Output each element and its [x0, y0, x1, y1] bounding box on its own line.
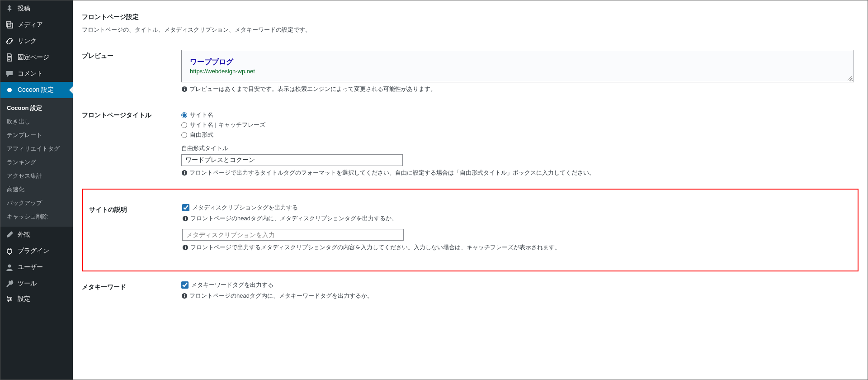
row-label-preview: プレビュー [82, 43, 181, 102]
section-heading: フロントページ設定 [82, 13, 859, 21]
sidebar-item-label: メディア [18, 21, 43, 29]
svg-point-1 [7, 88, 12, 92]
highlighted-section: サイトの説明 メタディスクリプションタグを出力する フロントページのheadタグ… [82, 189, 859, 271]
submenu-item-affiliate[interactable]: アフィリエイトタグ [0, 142, 73, 156]
sidebar-item-posts[interactable]: 投稿 [0, 0, 73, 17]
sidebar-item-users[interactable]: ユーザー [0, 259, 73, 276]
row-label-title: フロントページタイトル [82, 102, 181, 186]
checkbox-label-meta-description: メタディスクリプションタグを出力する [192, 204, 298, 212]
sidebar-item-label: ユーザー [18, 263, 43, 271]
radio-sitename[interactable] [181, 112, 187, 118]
svg-rect-11 [185, 217, 186, 218]
info-icon [181, 170, 188, 176]
sidebar-item-label: ツール [18, 280, 37, 288]
user-icon [5, 263, 14, 272]
svg-rect-4 [184, 89, 185, 90]
sidebar-item-pages[interactable]: 固定ページ [0, 49, 73, 66]
svg-rect-8 [184, 171, 185, 172]
radio-label-freeform: 自由形式 [190, 131, 213, 139]
info-icon [181, 86, 188, 92]
svg-rect-7 [184, 172, 185, 174]
svg-rect-17 [184, 294, 185, 295]
resize-handle-icon[interactable] [847, 76, 853, 81]
radio-sitename-catchphrase[interactable] [181, 122, 187, 128]
submenu-item-ranking[interactable]: ランキング [0, 156, 73, 169]
settings-icon [5, 294, 14, 304]
svg-rect-16 [184, 295, 185, 297]
dot-icon [5, 86, 14, 95]
admin-sidebar: 投稿 メディア リンク 固定ページ コメント Cocoon 設定 Cocoon … [0, 0, 73, 380]
sidebar-item-label: 外観 [18, 231, 30, 239]
svg-rect-13 [185, 247, 186, 249]
settings-content: フロントページ設定 フロントページの、タイトル、メタディスクリプション、メタキー… [73, 0, 868, 380]
sidebar-item-appearance[interactable]: 外観 [0, 227, 73, 243]
checkbox-label-meta-keyword: メタキーワードタグを出力する [191, 281, 274, 289]
media-icon [5, 20, 14, 29]
submenu-item-template[interactable]: テンプレート [0, 128, 73, 142]
sidebar-item-tools[interactable]: ツール [0, 276, 73, 292]
submenu-item-cache[interactable]: キャッシュ削除 [0, 210, 73, 223]
sidebar-submenu: Cocoon 設定 吹き出し テンプレート アフィリエイトタグ ランキング アク… [0, 98, 73, 227]
info-icon [181, 293, 188, 299]
svg-rect-14 [185, 246, 186, 247]
preview-url: https://webdesign-wp.net [190, 68, 845, 75]
sidebar-item-label: 固定ページ [18, 53, 49, 62]
pushpin-icon [5, 4, 14, 13]
meta-description-note1: フロントページのheadタグ内に、メタディスクリプションタグを出力するか。 [190, 214, 397, 223]
title-note: フロントページで出力するタイトルタグのフォーマットを選択してください。自由に設定… [189, 169, 595, 177]
plugin-icon [5, 247, 14, 256]
sidebar-item-plugins[interactable]: プラグイン [0, 243, 73, 259]
sidebar-item-label: プラグイン [18, 247, 49, 255]
section-description: フロントページの、タイトル、メタディスクリプション、メタキーワードの設定です。 [82, 26, 859, 34]
sidebar-item-cocoon[interactable]: Cocoon 設定 [0, 82, 73, 98]
sidebar-item-label: 投稿 [18, 5, 30, 13]
page-icon [5, 53, 14, 62]
meta-description-note2: フロントページで出力するメタディスクリプションタグの内容を入力してください。入力… [190, 243, 561, 252]
radio-freeform[interactable] [181, 132, 187, 138]
preview-note: プレビューはあくまで目安です。表示は検索エンジンによって変更される可能性がありま… [189, 85, 436, 93]
meta-keyword-note1: フロントページのheadタグ内に、メタキーワードタグを出力するか。 [189, 292, 373, 300]
submenu-item-backup[interactable]: バックアップ [0, 196, 73, 210]
submenu-item-balloon[interactable]: 吹き出し [0, 115, 73, 128]
freeform-title-input[interactable] [181, 154, 403, 166]
tool-icon [5, 279, 14, 288]
row-label-site-description: サイトの説明 [83, 197, 182, 261]
brush-icon [5, 230, 14, 239]
comment-icon [5, 69, 14, 78]
sidebar-item-settings[interactable]: 設定 [0, 292, 73, 304]
checkbox-meta-keyword[interactable] [181, 281, 189, 289]
sidebar-item-label: コメント [18, 70, 43, 78]
sidebar-item-label: 設定 [18, 295, 30, 303]
sidebar-item-label: Cocoon 設定 [18, 86, 54, 94]
meta-description-input[interactable] [182, 229, 404, 241]
info-icon [182, 215, 189, 222]
link-icon [5, 37, 14, 46]
row-label-meta-keyword: メタキーワード [82, 274, 181, 309]
sidebar-item-links[interactable]: リンク [0, 33, 73, 49]
info-icon [182, 244, 189, 251]
radio-label-sitename-catchphrase: サイト名 | キャッチフレーズ [190, 121, 265, 129]
preview-title: ワープブログ [190, 57, 845, 67]
submenu-item-cocoon-settings[interactable]: Cocoon 設定 [0, 101, 73, 115]
submenu-item-access[interactable]: アクセス集計 [0, 169, 73, 183]
radio-label-sitename: サイト名 [190, 111, 213, 119]
sidebar-item-comments[interactable]: コメント [0, 66, 73, 82]
sidebar-item-label: リンク [18, 37, 37, 45]
submenu-item-speed[interactable]: 高速化 [0, 183, 73, 196]
svg-point-0 [9, 24, 10, 25]
svg-rect-5 [184, 88, 185, 89]
svg-point-2 [8, 265, 11, 268]
checkbox-meta-description[interactable] [182, 204, 189, 211]
sidebar-item-media[interactable]: メディア [0, 17, 73, 33]
freeform-title-label: 自由形式タイトル [181, 144, 854, 152]
seo-preview-box: ワープブログ https://webdesign-wp.net [181, 50, 854, 82]
svg-rect-10 [185, 218, 186, 220]
